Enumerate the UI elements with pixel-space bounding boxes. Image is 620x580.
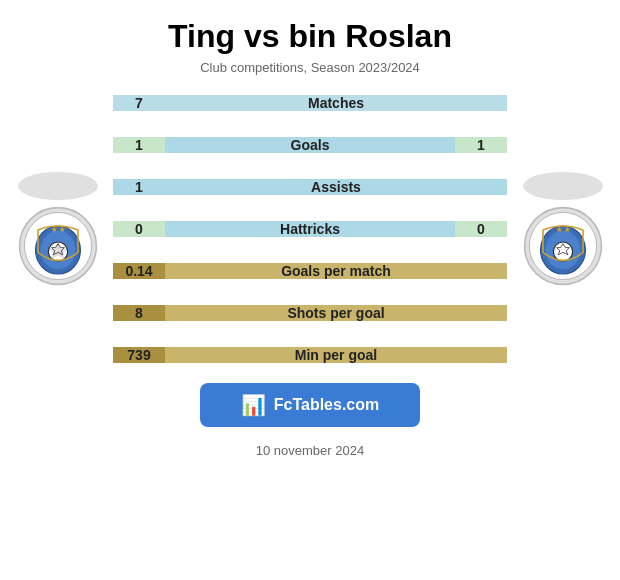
stat-label-matches: Matches	[165, 95, 507, 111]
stat-row-shots-per-goal: 8Shots per goal	[113, 295, 507, 331]
stat-row-matches: 7Matches	[113, 85, 507, 121]
team-right-badge: ★ ★	[523, 206, 603, 286]
stat-row-assists: 1Assists	[113, 169, 507, 205]
stat-row-goals-per-match: 0.14Goals per match	[113, 253, 507, 289]
stat-value-left-shots-per-goal: 8	[113, 305, 165, 321]
team-left-badge: ★ ★	[18, 206, 98, 286]
team-right: ★ ★	[515, 172, 610, 286]
page-title: Ting vs bin Roslan	[168, 18, 452, 55]
stat-label-hattricks: Hattricks	[165, 221, 455, 237]
team-left: ★ ★	[10, 172, 105, 286]
oval-top-right	[523, 172, 603, 200]
stat-value-left-assists: 1	[113, 179, 165, 195]
stat-value-left-goals-per-match: 0.14	[113, 263, 165, 279]
stat-value-left-goals: 1	[113, 137, 165, 153]
subtitle: Club competitions, Season 2023/2024	[168, 60, 452, 75]
stat-label-assists: Assists	[165, 179, 507, 195]
fctables-logo[interactable]: 📊 FcTables.com	[200, 383, 420, 427]
stat-row-goals: 1Goals1	[113, 127, 507, 163]
stat-row-min-per-goal: 739Min per goal	[113, 337, 507, 373]
svg-point-11	[553, 242, 572, 261]
stat-row-hattricks: 0Hattricks0	[113, 211, 507, 247]
stat-label-min-per-goal: Min per goal	[165, 347, 507, 363]
fctables-icon: 📊	[241, 393, 266, 417]
stats-container: 7Matches1Goals11Assists0Hattricks00.14Go…	[113, 85, 507, 373]
stat-value-left-hattricks: 0	[113, 221, 165, 237]
stat-value-right-goals: 1	[455, 137, 507, 153]
stat-value-left-matches: 7	[113, 95, 165, 111]
stat-label-goals-per-match: Goals per match	[165, 263, 507, 279]
stat-label-goals: Goals	[165, 137, 455, 153]
oval-top-left	[18, 172, 98, 200]
teams-section: ★ ★ 7Matches1Goals11Assists0Hattricks00.…	[0, 85, 620, 373]
stat-value-left-min-per-goal: 739	[113, 347, 165, 363]
header: Ting vs bin Roslan Club competitions, Se…	[148, 0, 472, 85]
footer-date: 10 november 2024	[256, 435, 364, 470]
stat-label-shots-per-goal: Shots per goal	[165, 305, 507, 321]
fctables-label: FcTables.com	[274, 396, 380, 414]
stat-value-right-hattricks: 0	[455, 221, 507, 237]
